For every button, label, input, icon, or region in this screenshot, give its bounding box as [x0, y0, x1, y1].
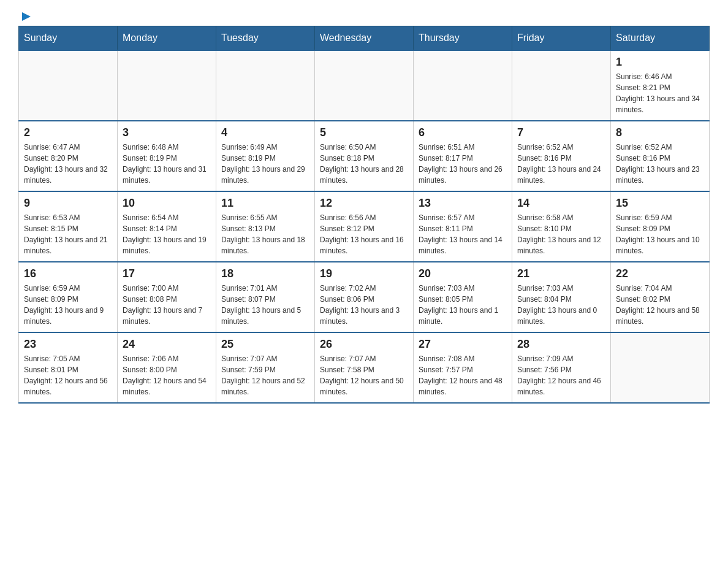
day-info: Sunrise: 7:02 AM Sunset: 8:06 PM Dayligh…: [320, 283, 408, 327]
calendar-cell: 21Sunrise: 7:03 AM Sunset: 8:04 PM Dayli…: [512, 262, 611, 332]
day-info: Sunrise: 6:47 AM Sunset: 8:20 PM Dayligh…: [24, 142, 112, 186]
calendar-cell: 19Sunrise: 7:02 AM Sunset: 8:06 PM Dayli…: [315, 262, 414, 332]
calendar-cell: [512, 50, 611, 121]
day-info: Sunrise: 7:07 AM Sunset: 7:59 PM Dayligh…: [221, 353, 309, 397]
week-row-3: 9Sunrise: 6:53 AM Sunset: 8:15 PM Daylig…: [19, 191, 710, 262]
day-info: Sunrise: 6:57 AM Sunset: 8:11 PM Dayligh…: [419, 212, 507, 256]
calendar-cell: 4Sunrise: 6:49 AM Sunset: 8:19 PM Daylig…: [216, 121, 315, 191]
logo-arrow-icon: [20, 10, 33, 23]
calendar-cell: 18Sunrise: 7:01 AM Sunset: 8:07 PM Dayli…: [216, 262, 315, 332]
day-info: Sunrise: 7:05 AM Sunset: 8:01 PM Dayligh…: [24, 353, 112, 397]
day-info: Sunrise: 6:52 AM Sunset: 8:16 PM Dayligh…: [517, 142, 605, 186]
day-number: 6: [419, 126, 507, 139]
calendar-cell: 20Sunrise: 7:03 AM Sunset: 8:05 PM Dayli…: [414, 262, 512, 332]
day-info: Sunrise: 6:59 AM Sunset: 8:09 PM Dayligh…: [24, 283, 112, 327]
day-number: 14: [517, 197, 605, 210]
weekday-header-saturday: Saturday: [611, 26, 710, 51]
day-info: Sunrise: 6:59 AM Sunset: 8:09 PM Dayligh…: [616, 212, 704, 256]
day-number: 28: [517, 338, 605, 351]
day-number: 8: [616, 126, 704, 139]
day-number: 5: [320, 126, 408, 139]
calendar-cell: 24Sunrise: 7:06 AM Sunset: 8:00 PM Dayli…: [118, 332, 216, 403]
day-number: 22: [616, 267, 704, 280]
weekday-header-friday: Friday: [512, 26, 611, 51]
day-number: 18: [221, 267, 309, 280]
calendar-cell: 11Sunrise: 6:55 AM Sunset: 8:13 PM Dayli…: [216, 191, 315, 262]
calendar-cell: 12Sunrise: 6:56 AM Sunset: 8:12 PM Dayli…: [315, 191, 414, 262]
calendar-cell: [118, 50, 216, 121]
weekday-header-wednesday: Wednesday: [315, 26, 414, 51]
calendar-cell: 15Sunrise: 6:59 AM Sunset: 8:09 PM Dayli…: [611, 191, 710, 262]
day-info: Sunrise: 7:03 AM Sunset: 8:04 PM Dayligh…: [517, 283, 605, 327]
day-number: 13: [419, 197, 507, 210]
calendar-cell: 22Sunrise: 7:04 AM Sunset: 8:02 PM Dayli…: [611, 262, 710, 332]
day-info: Sunrise: 6:49 AM Sunset: 8:19 PM Dayligh…: [221, 142, 309, 186]
day-info: Sunrise: 6:58 AM Sunset: 8:10 PM Dayligh…: [517, 212, 605, 256]
day-info: Sunrise: 6:51 AM Sunset: 8:17 PM Dayligh…: [419, 142, 507, 186]
day-info: Sunrise: 7:06 AM Sunset: 8:00 PM Dayligh…: [123, 353, 211, 397]
day-number: 24: [123, 338, 211, 351]
weekday-header-thursday: Thursday: [414, 26, 512, 51]
day-info: Sunrise: 6:52 AM Sunset: 8:16 PM Dayligh…: [616, 142, 704, 186]
day-info: Sunrise: 6:53 AM Sunset: 8:15 PM Dayligh…: [24, 212, 112, 256]
calendar-cell: 26Sunrise: 7:07 AM Sunset: 7:58 PM Dayli…: [315, 332, 414, 403]
week-row-5: 23Sunrise: 7:05 AM Sunset: 8:01 PM Dayli…: [19, 332, 710, 403]
calendar-cell: 25Sunrise: 7:07 AM Sunset: 7:59 PM Dayli…: [216, 332, 315, 403]
day-info: Sunrise: 7:08 AM Sunset: 7:57 PM Dayligh…: [419, 353, 507, 397]
logo: [18, 12, 33, 20]
day-info: Sunrise: 6:54 AM Sunset: 8:14 PM Dayligh…: [123, 212, 211, 256]
day-number: 15: [616, 197, 704, 210]
weekday-header-tuesday: Tuesday: [216, 26, 315, 51]
page-header: [18, 12, 710, 20]
week-row-2: 2Sunrise: 6:47 AM Sunset: 8:20 PM Daylig…: [19, 121, 710, 191]
day-number: 7: [517, 126, 605, 139]
calendar-cell: 6Sunrise: 6:51 AM Sunset: 8:17 PM Daylig…: [414, 121, 512, 191]
day-info: Sunrise: 7:00 AM Sunset: 8:08 PM Dayligh…: [123, 283, 211, 327]
calendar-cell: 10Sunrise: 6:54 AM Sunset: 8:14 PM Dayli…: [118, 191, 216, 262]
day-info: Sunrise: 6:50 AM Sunset: 8:18 PM Dayligh…: [320, 142, 408, 186]
calendar-cell: 7Sunrise: 6:52 AM Sunset: 8:16 PM Daylig…: [512, 121, 611, 191]
svg-marker-0: [22, 12, 31, 21]
calendar-cell: 17Sunrise: 7:00 AM Sunset: 8:08 PM Dayli…: [118, 262, 216, 332]
calendar-cell: 27Sunrise: 7:08 AM Sunset: 7:57 PM Dayli…: [414, 332, 512, 403]
day-number: 1: [616, 56, 704, 69]
calendar-cell: [414, 50, 512, 121]
day-number: 21: [517, 267, 605, 280]
calendar-cell: 13Sunrise: 6:57 AM Sunset: 8:11 PM Dayli…: [414, 191, 512, 262]
weekday-header-row: SundayMondayTuesdayWednesdayThursdayFrid…: [19, 26, 710, 51]
calendar-cell: 28Sunrise: 7:09 AM Sunset: 7:56 PM Dayli…: [512, 332, 611, 403]
weekday-header-sunday: Sunday: [19, 26, 118, 51]
day-number: 19: [320, 267, 408, 280]
day-number: 11: [221, 197, 309, 210]
day-info: Sunrise: 7:01 AM Sunset: 8:07 PM Dayligh…: [221, 283, 309, 327]
calendar-cell: 14Sunrise: 6:58 AM Sunset: 8:10 PM Dayli…: [512, 191, 611, 262]
calendar-cell: 23Sunrise: 7:05 AM Sunset: 8:01 PM Dayli…: [19, 332, 118, 403]
calendar-cell: 5Sunrise: 6:50 AM Sunset: 8:18 PM Daylig…: [315, 121, 414, 191]
day-info: Sunrise: 7:04 AM Sunset: 8:02 PM Dayligh…: [616, 283, 704, 327]
day-info: Sunrise: 6:48 AM Sunset: 8:19 PM Dayligh…: [123, 142, 211, 186]
calendar-cell: [216, 50, 315, 121]
calendar-cell: 1Sunrise: 6:46 AM Sunset: 8:21 PM Daylig…: [611, 50, 710, 121]
day-info: Sunrise: 7:07 AM Sunset: 7:58 PM Dayligh…: [320, 353, 408, 397]
day-number: 2: [24, 126, 112, 139]
day-number: 27: [419, 338, 507, 351]
day-info: Sunrise: 7:03 AM Sunset: 8:05 PM Dayligh…: [419, 283, 507, 327]
day-number: 25: [221, 338, 309, 351]
day-info: Sunrise: 6:46 AM Sunset: 8:21 PM Dayligh…: [616, 71, 704, 115]
day-number: 20: [419, 267, 507, 280]
calendar-cell: [315, 50, 414, 121]
calendar-cell: [19, 50, 118, 121]
day-number: 26: [320, 338, 408, 351]
calendar-cell: 3Sunrise: 6:48 AM Sunset: 8:19 PM Daylig…: [118, 121, 216, 191]
calendar-table: SundayMondayTuesdayWednesdayThursdayFrid…: [18, 26, 710, 404]
calendar-cell: [611, 332, 710, 403]
week-row-4: 16Sunrise: 6:59 AM Sunset: 8:09 PM Dayli…: [19, 262, 710, 332]
calendar-cell: 2Sunrise: 6:47 AM Sunset: 8:20 PM Daylig…: [19, 121, 118, 191]
weekday-header-monday: Monday: [118, 26, 216, 51]
day-number: 23: [24, 338, 112, 351]
day-number: 4: [221, 126, 309, 139]
calendar-cell: 16Sunrise: 6:59 AM Sunset: 8:09 PM Dayli…: [19, 262, 118, 332]
day-number: 17: [123, 267, 211, 280]
week-row-1: 1Sunrise: 6:46 AM Sunset: 8:21 PM Daylig…: [19, 50, 710, 121]
day-number: 10: [123, 197, 211, 210]
